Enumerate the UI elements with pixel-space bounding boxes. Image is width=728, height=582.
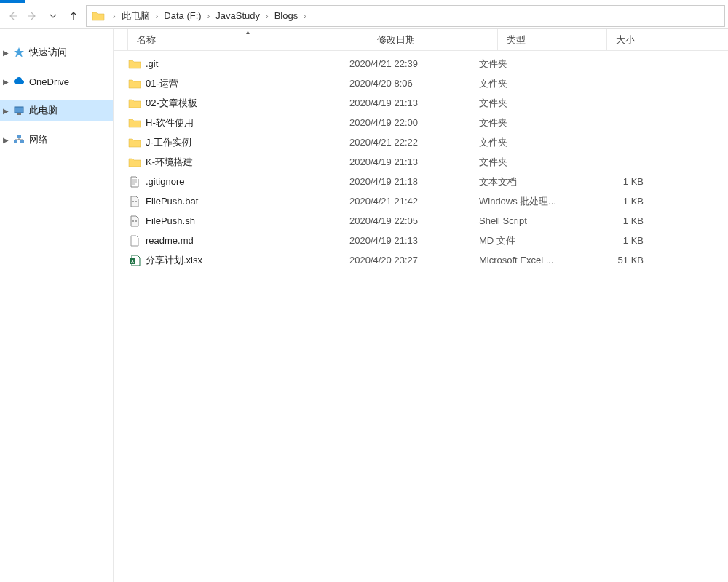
column-header-name[interactable]: ▲ 名称 [128, 29, 368, 50]
chevron-right-icon[interactable]: ▶ [1, 136, 10, 144]
file-date: 2020/4/21 22:39 [349, 58, 479, 69]
svg-text:X: X [131, 259, 134, 263]
chevron-right-icon[interactable]: › [263, 12, 272, 20]
breadcrumb-item[interactable]: Blogs [272, 10, 301, 21]
file-type: 文件夹 [479, 57, 588, 71]
folder-icon [128, 136, 141, 149]
up-button[interactable] [67, 9, 80, 23]
file-row[interactable]: FilePush.sh2020/4/19 22:05Shell Script1 … [114, 211, 728, 231]
bat-icon [128, 215, 141, 228]
net-icon [13, 134, 25, 146]
sidebar-item-label: 网络 [28, 133, 48, 146]
cloud-icon [13, 76, 25, 87]
bat-icon [128, 195, 141, 208]
file-list: .git2020/4/21 22:39文件夹01-运营2020/4/20 8:0… [114, 51, 728, 582]
file-name-cell: X分享计划.xlsx [128, 254, 349, 267]
file-row[interactable]: .gitignore2020/4/19 21:18文本文档1 KB [114, 172, 728, 191]
column-header-date[interactable]: 修改日期 [368, 29, 498, 50]
svg-rect-0 [15, 107, 23, 113]
file-type: MD 文件 [479, 234, 588, 247]
file-date: 2020/4/19 21:13 [349, 97, 479, 108]
column-header-type[interactable]: 类型 [498, 29, 607, 50]
file-row[interactable]: readme.md2020/4/19 21:13MD 文件1 KB [114, 231, 728, 250]
file-name: FilePush.sh [146, 215, 195, 226]
file-row[interactable]: X分享计划.xlsx2020/4/20 23:27Microsoft Excel… [114, 250, 728, 270]
breadcrumb: › 此电脑 › Data (F:) › JavaStudy › Blogs › [110, 9, 724, 23]
chevron-right-icon[interactable]: › [205, 12, 213, 20]
spacer [0, 121, 113, 129]
file-name-cell: .gitignore [128, 175, 349, 188]
sort-indicator-icon: ▲ [245, 29, 251, 36]
file-name: K-环境搭建 [146, 156, 193, 169]
file-name: readme.md [146, 235, 194, 246]
columns-header: ▲ 名称 修改日期 类型 大小 [114, 29, 728, 51]
chevron-right-icon[interactable]: ▶ [1, 78, 10, 86]
svg-rect-3 [20, 140, 24, 143]
file-row[interactable]: H-软件使用2020/4/19 22:00文件夹 [114, 113, 728, 132]
chevron-right-icon[interactable]: › [153, 12, 162, 20]
nav-arrows [0, 9, 86, 23]
file-size: 1 KB [588, 176, 651, 187]
file-type: 文件夹 [479, 156, 588, 169]
file-name-cell: .git [128, 57, 349, 71]
column-label: 大小 [616, 33, 635, 47]
sidebar-item[interactable]: ▶快速访问 [0, 42, 113, 63]
sidebar-item[interactable]: ▶此电脑 [0, 100, 113, 121]
folder-icon [128, 116, 141, 129]
file-type: Shell Script [479, 215, 588, 226]
forward-button[interactable] [26, 9, 39, 23]
file-name: 分享计划.xlsx [146, 254, 202, 267]
file-name-cell: readme.md [128, 234, 349, 247]
back-button[interactable] [6, 9, 19, 23]
breadcrumb-item[interactable]: 此电脑 [119, 9, 153, 23]
recent-dropdown[interactable] [47, 9, 60, 23]
file-row[interactable]: K-环境搭建2020/4/19 21:13文件夹 [114, 152, 728, 172]
file-type: Windows 批处理... [479, 195, 588, 208]
txt-icon [128, 175, 141, 188]
file-row[interactable]: FilePush.bat2020/4/21 21:42Windows 批处理..… [114, 191, 728, 211]
folder-icon [128, 156, 141, 169]
sidebar: ▶快速访问▶OneDrive▶此电脑▶网络 [0, 29, 114, 582]
file-name-cell: 02-文章模板 [128, 97, 349, 110]
folder-icon [128, 57, 141, 71]
file-type: 文件夹 [479, 136, 588, 149]
file-name-cell: FilePush.bat [128, 195, 349, 208]
sidebar-item-label: OneDrive [28, 76, 69, 87]
file-date: 2020/4/19 21:18 [349, 176, 479, 187]
file-date: 2020/4/19 21:13 [349, 235, 479, 246]
file-row[interactable]: 01-运营2020/4/20 8:06文件夹 [114, 73, 728, 93]
folder-icon [91, 9, 106, 23]
file-row[interactable]: .git2020/4/21 22:39文件夹 [114, 54, 728, 73]
xls-icon: X [128, 254, 141, 267]
column-header-size[interactable]: 大小 [607, 29, 678, 50]
chevron-right-icon[interactable]: ▶ [1, 49, 10, 57]
star-icon [13, 47, 25, 58]
file-type: 文件夹 [479, 77, 588, 90]
file-name: J-工作实例 [146, 136, 191, 149]
file-size: 51 KB [588, 255, 651, 266]
svg-rect-4 [17, 135, 21, 138]
file-name: H-软件使用 [146, 116, 194, 129]
breadcrumb-item[interactable]: JavaStudy [213, 10, 263, 21]
file-row[interactable]: 02-文章模板2020/4/19 21:13文件夹 [114, 93, 728, 113]
file-row[interactable]: J-工作实例2020/4/21 22:22文件夹 [114, 132, 728, 152]
content-pane: ▲ 名称 修改日期 类型 大小 .git2020/4/21 22:39文件夹01… [114, 29, 728, 582]
sidebar-item-label: 此电脑 [28, 104, 58, 117]
arrow-left-icon [7, 10, 18, 22]
file-date: 2020/4/21 21:42 [349, 196, 479, 207]
pc-icon [13, 105, 25, 116]
sidebar-item[interactable]: ▶网络 [0, 129, 113, 150]
chevron-right-icon[interactable]: ▶ [1, 107, 10, 115]
sidebar-item[interactable]: ▶OneDrive [0, 71, 113, 92]
breadcrumb-item[interactable]: Data (F:) [161, 10, 204, 21]
chevron-right-icon[interactable]: › [301, 12, 309, 20]
col-spacer [114, 29, 128, 50]
chevron-right-icon[interactable]: › [110, 12, 119, 20]
chevron-down-icon [50, 12, 57, 20]
toolbar: › 此电脑 › Data (F:) › JavaStudy › Blogs › [0, 3, 728, 29]
address-bar[interactable]: › 此电脑 › Data (F:) › JavaStudy › Blogs › [86, 5, 725, 27]
file-name-cell: FilePush.sh [128, 215, 349, 228]
column-label: 修改日期 [377, 33, 415, 47]
folder-icon [128, 77, 141, 90]
folder-icon [128, 97, 141, 110]
